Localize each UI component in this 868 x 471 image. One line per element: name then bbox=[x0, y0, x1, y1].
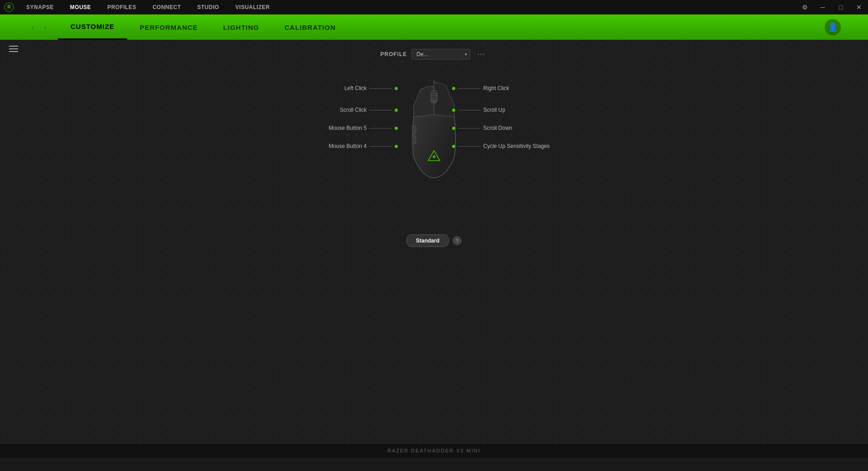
standard-button-wrapper: Standard ? bbox=[406, 234, 462, 247]
nav-items: SYNAPSEMOUSEPROFILESCONNECTSTUDIOVISUALI… bbox=[18, 0, 278, 14]
nav-item-profiles[interactable]: PROFILES bbox=[99, 0, 144, 14]
nav-item-connect[interactable]: CONNECT bbox=[144, 0, 189, 14]
sub-nav-right: 👤 bbox=[825, 19, 841, 35]
scroll-down-line bbox=[458, 128, 481, 128]
mouse-btn4-dot bbox=[395, 145, 398, 148]
cycle-sensitivity-line bbox=[458, 146, 481, 147]
razer-logo[interactable]: R bbox=[0, 0, 18, 14]
mouse-diagram: Left Click Scroll Click Mouse Button 5 M… bbox=[298, 71, 570, 234]
right-click-connector[interactable]: Right Click bbox=[452, 85, 509, 91]
help-button[interactable]: ? bbox=[453, 236, 462, 245]
mouse-btn5-line bbox=[369, 128, 392, 128]
scroll-click-label: Scroll Click bbox=[340, 107, 367, 113]
nav-item-studio[interactable]: STUDIO bbox=[189, 0, 227, 14]
tab-performance[interactable]: PERFORMANCE bbox=[127, 14, 211, 40]
title-bar-right: ⚙ ─ □ ✕ bbox=[796, 0, 868, 14]
status-bar: RAZER DEATHADDER V2 MINI bbox=[0, 444, 868, 457]
mouse-btn5-dot bbox=[395, 127, 398, 130]
profile-label: PROFILE bbox=[380, 51, 407, 57]
scroll-up-dot bbox=[452, 109, 455, 112]
hamburger-menu[interactable] bbox=[0, 40, 27, 58]
scroll-down-dot bbox=[452, 127, 455, 130]
sub-nav-tabs: CUSTOMIZEPERFORMANCELIGHTINGCALIBRATION bbox=[58, 14, 348, 40]
scroll-down-connector[interactable]: Scroll Down bbox=[452, 125, 512, 131]
standard-button[interactable]: Standard bbox=[406, 234, 449, 247]
svg-rect-7 bbox=[412, 126, 416, 134]
right-click-line bbox=[458, 88, 481, 89]
tab-calibration[interactable]: CALIBRATION bbox=[272, 14, 348, 40]
profile-bar: PROFILE De... ··· bbox=[380, 49, 487, 60]
settings-button[interactable]: ⚙ bbox=[796, 0, 814, 14]
minimize-button[interactable]: ─ bbox=[814, 0, 832, 14]
svg-rect-6 bbox=[431, 98, 437, 100]
mouse-btn4-label: Mouse Button 4 bbox=[329, 143, 367, 149]
mouse-btn4-connector[interactable]: Mouse Button 4 bbox=[329, 143, 398, 149]
svg-rect-8 bbox=[412, 136, 416, 144]
cycle-sensitivity-connector[interactable]: Cycle Up Sensitivity Stages bbox=[452, 143, 550, 149]
svg-text:✦: ✦ bbox=[432, 154, 436, 160]
device-name: RAZER DEATHADDER V2 MINI bbox=[387, 448, 481, 453]
scroll-up-line bbox=[458, 110, 481, 110]
profile-more-button[interactable]: ··· bbox=[475, 50, 487, 58]
svg-rect-4 bbox=[431, 94, 437, 95]
left-click-line bbox=[369, 88, 392, 89]
forward-arrow[interactable]: › bbox=[40, 22, 51, 33]
svg-rect-3 bbox=[431, 91, 437, 93]
profile-select-wrapper: De... bbox=[411, 49, 470, 60]
main-content: PROFILE De... ··· Left Click Scroll Clic… bbox=[0, 40, 868, 457]
tab-lighting[interactable]: LIGHTING bbox=[211, 14, 272, 40]
right-click-dot bbox=[452, 87, 455, 90]
maximize-button[interactable]: □ bbox=[832, 0, 850, 14]
nav-item-mouse[interactable]: MOUSE bbox=[62, 0, 99, 14]
back-arrow[interactable]: ‹ bbox=[27, 22, 38, 33]
title-bar: R SYNAPSEMOUSEPROFILESCONNECTSTUDIOVISUA… bbox=[0, 0, 868, 14]
left-click-label: Left Click bbox=[344, 85, 367, 91]
title-bar-left: R SYNAPSEMOUSEPROFILESCONNECTSTUDIOVISUA… bbox=[0, 0, 278, 14]
user-avatar[interactable]: 👤 bbox=[825, 19, 841, 35]
left-click-connector[interactable]: Left Click bbox=[344, 85, 398, 91]
nav-item-visualizer[interactable]: VISUALIZER bbox=[227, 0, 278, 14]
scroll-up-connector[interactable]: Scroll Up bbox=[452, 107, 505, 113]
sub-nav: ‹ › CUSTOMIZEPERFORMANCELIGHTINGCALIBRAT… bbox=[0, 14, 868, 40]
svg-text:R: R bbox=[7, 4, 11, 10]
nav-item-synapse[interactable]: SYNAPSE bbox=[18, 0, 62, 14]
hamburger-icon bbox=[9, 46, 18, 52]
mouse-btn5-connector[interactable]: Mouse Button 5 bbox=[329, 125, 398, 131]
mouse-btn5-label: Mouse Button 5 bbox=[329, 125, 367, 131]
mouse-btn4-line bbox=[369, 146, 392, 147]
left-click-dot bbox=[395, 87, 398, 90]
close-button[interactable]: ✕ bbox=[850, 0, 868, 14]
cycle-sensitivity-dot bbox=[452, 145, 455, 148]
cycle-sensitivity-label: Cycle Up Sensitivity Stages bbox=[483, 143, 550, 149]
scroll-click-dot bbox=[395, 109, 398, 112]
svg-rect-5 bbox=[431, 96, 437, 97]
scroll-click-line bbox=[369, 110, 392, 110]
scroll-down-label: Scroll Down bbox=[483, 125, 512, 131]
profile-dropdown[interactable]: De... bbox=[411, 49, 470, 60]
scroll-click-connector[interactable]: Scroll Click bbox=[340, 107, 398, 113]
tab-customize[interactable]: CUSTOMIZE bbox=[58, 14, 127, 40]
sub-nav-arrows: ‹ › bbox=[27, 22, 51, 33]
scroll-up-label: Scroll Up bbox=[483, 107, 505, 113]
right-click-label: Right Click bbox=[483, 85, 509, 91]
